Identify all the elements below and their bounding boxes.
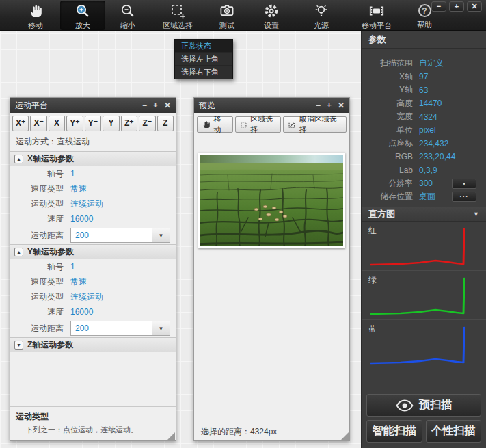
param-label: Lab [362,166,419,175]
preview-move-button[interactable]: 移动 [197,116,233,133]
axis-z-button[interactable]: Z [157,116,174,131]
window-close-button[interactable]: ✕ [467,1,482,12]
help-icon: ? [418,3,431,18]
panel-close-button[interactable]: ✕ [338,98,345,113]
custom-scan-button[interactable]: 个性扫描 [426,420,482,443]
field-value[interactable]: 连续运动 [70,198,103,210]
axis-y-plus-button[interactable]: Y⁺ [66,116,83,131]
x-axis-section-header[interactable]: ▴ X轴运动参数 [10,151,176,166]
x-axis-section-title: X轴运动参数 [27,153,74,165]
preview-cancel-region-label: 取消区域选择 [299,114,342,135]
axis-x-button[interactable]: X [49,116,65,131]
axis-z-plus-button[interactable]: Z⁺ [121,116,137,131]
x-speed-type-row: 速度类型 常速 [10,181,176,196]
toolbar-move-button[interactable]: 移动 [11,1,60,30]
toolbar-zoom-in-label: 放大 [75,21,90,31]
unit-row: 单位 pixel [362,124,486,137]
parameters-panel: 参数 扫描范围 自定义 X轴 97 Y轴 63 高度 14470 宽度 4324… [361,31,486,448]
param-value[interactable]: pixel [419,125,436,135]
z-axis-section-header[interactable]: ▾ Z轴运动参数 [10,337,176,352]
toolbar-test-button[interactable]: 测试 [205,1,249,30]
axis-y-minus-button[interactable]: Y⁻ [85,116,101,131]
param-value[interactable]: 0,3,9 [419,166,437,175]
field-label: 轴号 [10,168,70,180]
preview-panel-header[interactable]: 预览 − + ✕ [194,98,349,113]
toolbar-settings-button[interactable]: 设置 [249,1,294,30]
custom-scan-label: 个性扫描 [431,424,475,438]
axis-jog-buttons: X⁺ X⁻ X Y⁺ Y⁻ Y Z⁺ Z⁻ Z [10,113,176,134]
panel-minimize-button[interactable]: − [316,98,321,113]
menu-item-select-bottom-right[interactable]: 选择右下角 [175,66,232,79]
chevron-down-icon[interactable]: ▼ [152,321,170,335]
axis-x-plus-button[interactable]: X⁺ [12,116,29,131]
panel-close-button[interactable]: ✕ [164,98,171,113]
field-label: 运动类型 [10,291,70,303]
y-distance-dropdown[interactable]: 200 ▼ [70,321,170,336]
field-value[interactable]: 连续运动 [70,291,103,303]
field-value[interactable]: 1 [70,169,75,179]
field-label: 轴号 [10,261,70,273]
axis-z-minus-button[interactable]: Z⁻ [139,116,155,131]
x-distance-dropdown[interactable]: 200 ▼ [70,228,170,243]
toolbar-move-label: 移动 [28,21,43,31]
preview-toolbar: 移动 区域选择 取消区域选择 [194,113,349,136]
preview-empty-area [194,248,349,423]
param-value[interactable]: 桌面 [419,191,435,202]
collapse-icon[interactable]: ▴ [14,248,23,256]
field-value[interactable]: 16000 [70,307,93,317]
field-value[interactable]: 16000 [70,214,93,224]
smart-scan-button[interactable]: 智能扫描 [366,420,422,443]
resolution-dropdown-button[interactable]: ▼ [452,179,476,189]
preview-move-label: 移动 [214,114,228,135]
histogram-section-header[interactable]: 直方图 ▼ [362,207,486,222]
toolbar-platform-button[interactable]: 移动平台 [349,1,405,30]
collapse-icon[interactable]: ▴ [14,155,23,163]
resize-grip[interactable] [167,432,175,440]
preview-image[interactable] [200,155,343,246]
field-value[interactable]: 1 [70,262,75,272]
param-value[interactable]: 300 [419,179,433,188]
window-controls: − + ✕ [431,1,482,12]
histogram-title: 直方图 [368,208,395,220]
motion-panel-header[interactable]: 运动平台 − + ✕ [10,98,176,113]
resize-grip[interactable] [341,432,349,440]
menu-item-normal-state[interactable]: 正常状态 [175,40,232,53]
expand-icon[interactable]: ▾ [14,341,23,350]
field-value[interactable]: 常速 [70,276,87,288]
motion-panel-empty-area [10,352,176,406]
point-coord-row: 点座标 234,432 [362,137,486,150]
panel-maximize-button[interactable]: + [153,98,158,113]
window-maximize-button[interactable]: + [449,1,464,12]
y-axis-section-title: Y轴运动参数 [27,246,74,258]
axis-x-minus-button[interactable]: X⁻ [30,116,46,131]
param-value[interactable]: 234,432 [419,139,448,148]
param-value[interactable]: 63 [419,85,428,95]
y-axis-number-row: 轴号 1 [10,259,176,274]
param-value[interactable]: 14470 [419,98,442,108]
menu-item-select-top-left[interactable]: 选择左上角 [175,53,232,66]
axis-y-button[interactable]: Y [103,116,119,131]
y-axis-section-header[interactable]: ▴ Y轴运动参数 [10,244,176,259]
panel-minimize-button[interactable]: − [142,98,147,113]
toolbar-zoom-out-button[interactable]: 缩小 [105,1,150,30]
panel-maximize-button[interactable]: + [327,98,332,113]
browse-location-button[interactable]: ··· [452,192,476,202]
x-axis-number-row: 轴号 1 [10,166,176,181]
preview-cancel-region-button[interactable]: 取消区域选择 [283,116,347,133]
field-value[interactable]: 常速 [70,183,87,195]
toolbar-light-button[interactable]: 光源 [294,1,349,30]
toolbar-region-select-button[interactable]: 区域选择 [150,1,205,30]
chevron-down-icon[interactable]: ▼ [473,211,479,218]
window-minimize-button[interactable]: − [431,1,446,12]
chevron-down-icon[interactable]: ▼ [152,228,170,242]
prescan-button[interactable]: 预扫描 [366,394,481,417]
param-value[interactable]: 233,20,44 [419,152,455,161]
param-label: 点座标 [362,137,419,149]
param-value[interactable]: 自定义 [419,57,444,69]
cancel-region-icon [288,120,296,129]
toolbar-zoom-in-button[interactable]: 放大 [60,1,105,30]
preview-region-select-button[interactable]: 区域选择 [235,116,281,133]
param-label: 扫描范围 [362,57,419,69]
param-value[interactable]: 97 [419,72,428,81]
param-value[interactable]: 4324 [419,112,437,122]
